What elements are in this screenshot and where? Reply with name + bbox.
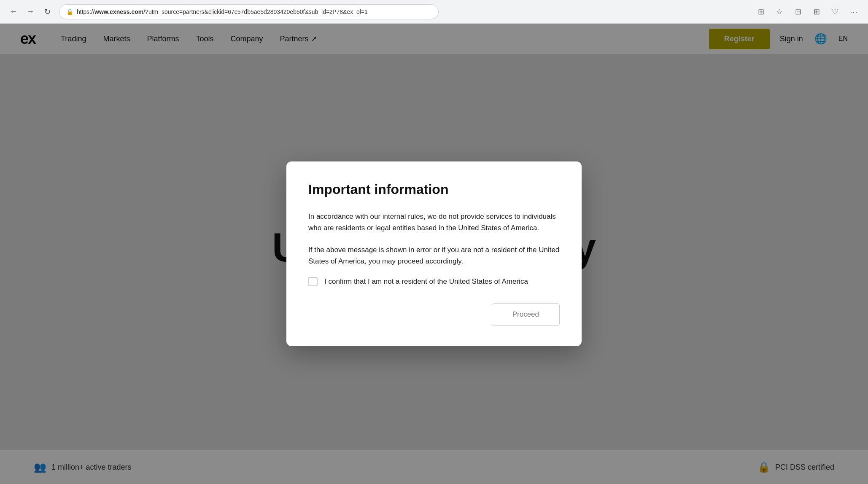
url-prefix: https://	[77, 8, 94, 15]
proceed-button[interactable]: Proceed	[492, 303, 560, 326]
confirm-checkbox-label: I confirm that I am not a resident of th…	[324, 277, 528, 286]
reader-mode-button[interactable]: ⊞	[753, 4, 768, 19]
more-button[interactable]: ⋯	[846, 4, 861, 19]
sidebar-button[interactable]: ⊞	[809, 4, 824, 19]
lock-icon: 🔒	[66, 8, 73, 15]
modal-title: Important information	[308, 182, 560, 197]
website: ex Trading Markets Platforms Tools Compa…	[0, 24, 868, 484]
back-button[interactable]: ←	[7, 5, 20, 19]
modal-overlay: Important information In accordance with…	[0, 24, 868, 484]
address-bar[interactable]: 🔒 https://www.exness.com/?utm_source=par…	[59, 4, 439, 19]
url-suffix: /?utm_source=partners&clickid=67c57db5ae…	[143, 8, 368, 15]
refresh-button[interactable]: ↻	[40, 5, 54, 19]
split-view-button[interactable]: ⊟	[790, 4, 806, 19]
bookmark-button[interactable]: ☆	[772, 4, 787, 19]
forward-button[interactable]: →	[24, 5, 37, 19]
modal-paragraph1: In accordance with our internal rules, w…	[308, 211, 560, 234]
browser-chrome: ← → ↻ 🔒 https://www.exness.com/?utm_sour…	[0, 0, 868, 24]
modal-dialog: Important information In accordance with…	[286, 161, 582, 346]
modal-paragraph2: If the above message is shown in error o…	[308, 244, 560, 267]
browser-nav-buttons: ← → ↻	[7, 5, 54, 19]
modal-checkbox-row: I confirm that I am not a resident of th…	[308, 277, 560, 286]
url-text: https://www.exness.com/?utm_source=partn…	[77, 8, 431, 15]
favorites-button[interactable]: ♡	[828, 4, 843, 19]
confirm-checkbox[interactable]	[308, 277, 318, 286]
modal-footer: Proceed	[308, 303, 560, 326]
url-domain: www.exness.com	[94, 8, 143, 15]
browser-toolbar-right: ⊞ ☆ ⊟ ⊞ ♡ ⋯	[753, 4, 861, 19]
